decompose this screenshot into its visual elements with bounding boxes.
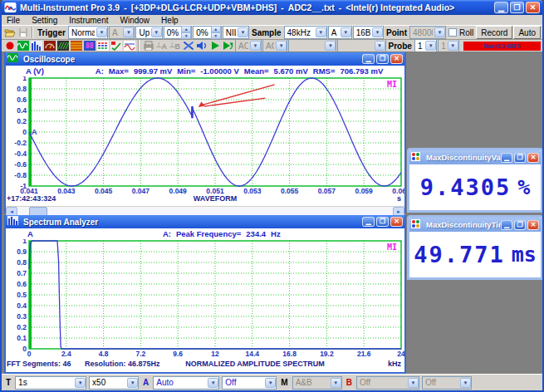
svg-text:0.8: 0.8: [17, 85, 27, 93]
svg-text:0.2: 0.2: [17, 117, 27, 125]
close-button[interactable]: ✕: [526, 2, 540, 13]
sample-label: Sample: [250, 28, 283, 37]
data-logger-icon[interactable]: [70, 40, 82, 51]
record-length-select: 48000▼: [409, 26, 446, 39]
auto-button[interactable]: Auto: [513, 26, 541, 39]
svg-text:2.4: 2.4: [61, 350, 71, 358]
menu-help[interactable]: Help: [161, 16, 179, 25]
record-button[interactable]: Record: [476, 26, 512, 39]
sweep-time-select[interactable]: 1s▼: [15, 376, 86, 390]
menu-instrument[interactable]: Instrument: [69, 16, 108, 25]
ddp-viewer-icon[interactable]: 88: [83, 40, 96, 51]
window-controls: ▁ ❐ ✕: [494, 2, 540, 13]
min-value: -1.00000 V: [200, 66, 238, 76]
ddp-panel-icon: [411, 152, 424, 164]
max-discontinuity-time-panel: MaxDiscontinuityTime_A ▁ ❐ ✕ 49.771 ms: [407, 215, 543, 280]
spinner-arrows-icon[interactable]: ▲▼: [181, 26, 191, 39]
math-label: M: [279, 378, 289, 387]
trigger-delay-spinner[interactable]: 0%▲▼: [193, 26, 221, 39]
minimize-button[interactable]: ▁: [362, 54, 375, 64]
run-icon[interactable]: [208, 40, 221, 51]
minimize-button[interactable]: ▁: [501, 220, 512, 230]
trigger-edge-select[interactable]: Up▼: [135, 26, 162, 39]
close-button[interactable]: ✕: [390, 54, 403, 64]
panel-readout: 49.771 ms: [409, 232, 541, 277]
minimize-button[interactable]: ▁: [362, 217, 375, 227]
sampling-rate-select[interactable]: 48kHz▼: [284, 26, 327, 39]
close-button[interactable]: ✕: [527, 153, 539, 163]
svg-text:7.2: 7.2: [135, 350, 145, 358]
panel-titlebar[interactable]: MaxDiscontinuityValue_A ▁ ❐ ✕: [409, 150, 541, 164]
channel-a-range-select[interactable]: Auto▼: [153, 376, 219, 390]
maximize-button[interactable]: ❐: [376, 217, 389, 227]
cursor-reader-a-icon: ┴A: [155, 40, 168, 51]
restore-button[interactable]: ❐: [510, 2, 524, 13]
sound-output-icon[interactable]: [195, 40, 208, 51]
svg-text:14.4: 14.4: [246, 350, 260, 358]
chevron-down-icon: ▼: [75, 378, 86, 388]
spectrum-stats: A A: Peak Frequency= 234.4 Hz: [6, 228, 404, 239]
menu-file[interactable]: File: [7, 16, 20, 25]
spectrum-analyzer-window: Spectrum Analyzer ▁ ❐ ✕ A A: Peak Freque…: [4, 215, 406, 374]
oscilloscope-titlebar[interactable]: Oscilloscope ▁ ❐ ✕: [6, 52, 404, 66]
svg-text:0.5: 0.5: [17, 291, 27, 299]
svg-text:-1: -1: [20, 182, 27, 190]
device-test-plan-icon[interactable]: [110, 40, 122, 51]
oscilloscope-stats: A (V) A: Max= 999.97 mV Min= -1.00000 V …: [6, 66, 404, 76]
sweep-time-label: T: [4, 378, 12, 387]
discontinuity-time: 49.771: [414, 242, 505, 267]
checkbox-icon[interactable]: [448, 28, 457, 37]
close-button[interactable]: ✕: [390, 217, 403, 227]
lcr-meter-icon[interactable]: [123, 40, 135, 51]
save-icon: [17, 27, 29, 38]
spinner-arrows-icon[interactable]: ▲▼: [211, 26, 221, 39]
channel-axis-label: A: [27, 229, 33, 238]
toolbar-separator: [138, 40, 140, 51]
chevron-down-icon: ▼: [96, 27, 107, 37]
derived-data-point-icon[interactable]: [96, 40, 109, 51]
svg-text:0.9: 0.9: [17, 247, 27, 256]
svg-text:0: 0: [22, 128, 27, 136]
mi-logo: MI: [387, 243, 397, 252]
mean-value: 5.670 mV: [274, 66, 308, 76]
open-file-icon[interactable]: [3, 27, 16, 38]
channel-select[interactable]: A▼: [328, 26, 352, 39]
maximize-button[interactable]: ❐: [514, 220, 526, 230]
menu-setting[interactable]: Setting: [32, 16, 57, 25]
spectrum-3d-plot-icon[interactable]: [56, 40, 69, 51]
bit-depth-select[interactable]: 16Bit▼: [353, 26, 384, 39]
minimize-button[interactable]: ▁: [494, 2, 508, 13]
ddp-panel-icon: [411, 219, 424, 231]
maximize-button[interactable]: ❐: [514, 153, 526, 163]
main-titlebar[interactable]: Multi-Instrument Pro 3.9 - [+3DP+DLG+LCR…: [2, 0, 542, 15]
trigger-hpf-select[interactable]: NIL▼: [223, 26, 249, 39]
menu-window[interactable]: Window: [120, 16, 150, 25]
print-icon: [142, 40, 154, 51]
calibration-icon[interactable]: [182, 40, 194, 51]
oscilloscope-icon[interactable]: [17, 40, 29, 51]
spectrum-analyzer-icon[interactable]: [30, 40, 42, 51]
trigger-level-spinner[interactable]: 0%▲▼: [164, 26, 192, 39]
svg-text:1: 1: [22, 239, 27, 245]
maximize-button[interactable]: ❐: [376, 54, 389, 64]
channel-a-function-select[interactable]: Off▼: [222, 376, 277, 390]
multimeter-icon[interactable]: [43, 40, 56, 51]
svg-text:0.057: 0.057: [318, 187, 336, 195]
trigger-mode-select[interactable]: Normal▼: [68, 26, 108, 39]
svg-text:0.4: 0.4: [17, 106, 27, 115]
spectrum-analyzer-icon: [7, 216, 20, 228]
minimize-button[interactable]: ▁: [501, 153, 512, 163]
panel-titlebar[interactable]: MaxDiscontinuityTime_A ▁ ❐ ✕: [409, 218, 541, 232]
x-unit-label: s: [397, 194, 401, 203]
spectrum-titlebar[interactable]: Spectrum Analyzer ▁ ❐ ✕: [6, 215, 404, 228]
chevron-down-icon: ▼: [276, 41, 287, 51]
fft-segments-label: FFT Segments: 46: [7, 360, 71, 368]
zoom-multiplier-select[interactable]: x50▼: [89, 376, 139, 390]
channel-axis-label: A (V): [26, 66, 44, 76]
run-loop-icon[interactable]: [222, 40, 234, 51]
record-indicator-icon[interactable]: [3, 40, 16, 51]
close-button[interactable]: ✕: [527, 220, 539, 230]
probe-a-select[interactable]: 1▼: [414, 40, 437, 52]
roll-checkbox[interactable]: Roll: [447, 28, 475, 37]
x-unit-label: kHz: [388, 360, 402, 368]
